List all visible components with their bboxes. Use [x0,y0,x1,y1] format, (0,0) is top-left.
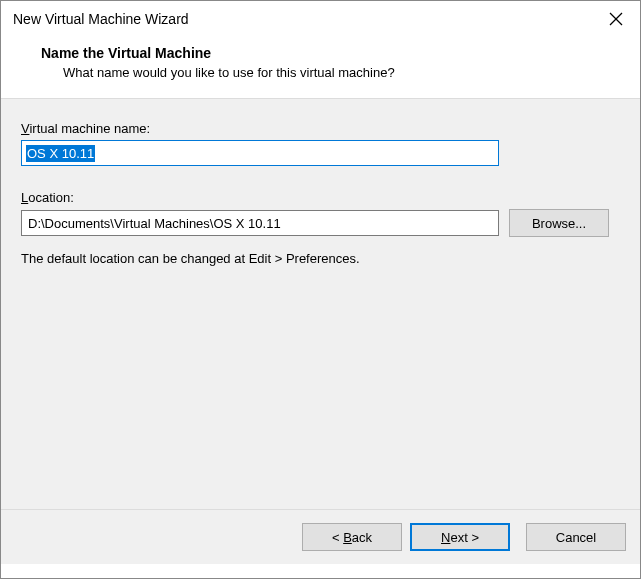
wizard-step-subtitle: What name would you like to use for this… [41,65,620,80]
titlebar: New Virtual Machine Wizard [1,1,640,37]
close-icon [609,12,623,26]
location-row: Browse... [21,209,620,237]
location-input[interactable] [21,210,499,236]
wizard-header: Name the Virtual Machine What name would… [1,37,640,98]
wizard-footer: < Back Next > Cancel [1,510,640,564]
wizard-content: Virtual machine name: OS X 10.11 Locatio… [1,98,640,510]
location-label: Location: [21,190,620,205]
close-button[interactable] [592,1,640,37]
vm-name-value: OS X 10.11 [26,145,95,162]
back-button[interactable]: < Back [302,523,402,551]
browse-button[interactable]: Browse... [509,209,609,237]
cancel-button[interactable]: Cancel [526,523,626,551]
vm-name-label: Virtual machine name: [21,121,620,136]
next-button[interactable]: Next > [410,523,510,551]
location-hint: The default location can be changed at E… [21,251,620,266]
vm-name-input[interactable]: OS X 10.11 [21,140,499,166]
window-title: New Virtual Machine Wizard [13,11,189,27]
wizard-step-title: Name the Virtual Machine [41,45,620,61]
